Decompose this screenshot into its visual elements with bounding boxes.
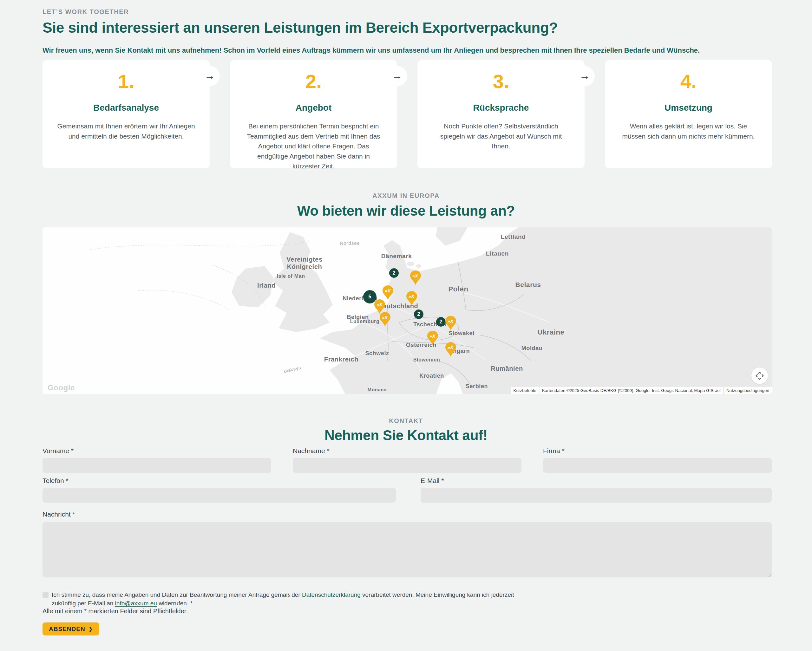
step-text: Bei einem persönlichen Termin bespricht … bbox=[244, 121, 383, 171]
svg-text:»X: »X bbox=[412, 273, 418, 278]
nachricht-label: Nachricht * bbox=[43, 511, 75, 518]
map-shortcuts-link[interactable]: Kurzbefehle bbox=[511, 387, 539, 394]
step-card-3: 3. Rücksprache Noch Punkte offen? Selbst… bbox=[417, 60, 585, 168]
svg-text:»X: »X bbox=[429, 333, 435, 338]
step-text: Gemeinsam mit Ihnen erörtern wir Ihr Anl… bbox=[56, 121, 196, 141]
required-fields-note: Alle mit einem * markierten Felder sind … bbox=[43, 608, 188, 615]
map-pin-marker[interactable]: »X bbox=[406, 291, 417, 306]
step-number: 3. bbox=[417, 72, 585, 91]
nachricht-field[interactable] bbox=[43, 522, 772, 578]
intro-subtitle: Wir freuen uns, wenn Sie Kontakt mit uns… bbox=[43, 46, 778, 55]
arrow-right-icon: → bbox=[200, 66, 220, 86]
contact-eyebrow: KONTAKT bbox=[0, 417, 812, 425]
step-title: Umsetzung bbox=[605, 103, 772, 113]
chevron-right-icon: ❯ bbox=[89, 626, 93, 632]
map-landmass bbox=[43, 227, 772, 394]
step-text: Noch Punkte offen? Selbstverständlich sp… bbox=[431, 121, 571, 151]
step-title: Rücksprache bbox=[417, 103, 585, 113]
svg-text:»X: »X bbox=[447, 319, 453, 324]
step-card-1: 1. Bedarfsanalyse Gemeinsam mit Ihnen er… bbox=[43, 60, 210, 168]
step-text: Wenn alles geklärt ist, legen wir los. S… bbox=[619, 121, 759, 141]
svg-text:»X: »X bbox=[382, 314, 388, 320]
nachname-field[interactable] bbox=[293, 458, 522, 473]
email-label: E-Mail * bbox=[421, 477, 444, 485]
privacy-policy-link[interactable]: Datenschutzerklärung bbox=[302, 592, 361, 598]
svg-text:»X: »X bbox=[377, 302, 383, 307]
firma-label: Firma * bbox=[543, 447, 565, 455]
email-field[interactable] bbox=[421, 488, 772, 503]
telefon-field[interactable] bbox=[43, 488, 396, 503]
submit-label: ABSENDEN bbox=[49, 626, 85, 633]
map-pin-marker[interactable]: »X bbox=[383, 285, 393, 300]
vorname-field[interactable] bbox=[43, 458, 271, 473]
map-pan-control[interactable] bbox=[751, 367, 768, 384]
svg-text:»X: »X bbox=[447, 345, 453, 350]
europe-map[interactable]: NordseeVereinigtes KönigreichIsle of Man… bbox=[43, 227, 772, 394]
map-title: Wo bieten wir diese Leistung an? bbox=[0, 203, 812, 219]
google-logo: Google bbox=[47, 383, 75, 392]
step-title: Bedarfsanalyse bbox=[43, 103, 210, 113]
page-title: Sie sind interessiert an unseren Leistun… bbox=[43, 19, 740, 36]
map-cluster-marker[interactable]: 2 bbox=[389, 268, 399, 278]
consent-text: Ich stimme zu, dass meine Angaben und Da… bbox=[52, 590, 535, 608]
consent-checkbox[interactable] bbox=[43, 592, 49, 598]
intro-eyebrow: LET’S WORK TOGETHER bbox=[43, 8, 129, 15]
arrow-right-icon: → bbox=[387, 66, 407, 86]
map-pin-marker[interactable]: »X bbox=[445, 342, 456, 357]
step-title: Angebot bbox=[230, 103, 397, 113]
firma-field[interactable] bbox=[543, 458, 772, 473]
step-number: 1. bbox=[43, 72, 210, 91]
contact-title: Nehmen Sie Kontakt auf! bbox=[0, 427, 812, 443]
step-card-4: 4. Umsetzung Wenn alles geklärt ist, leg… bbox=[605, 60, 772, 168]
map-pin-marker[interactable]: »X bbox=[427, 331, 438, 345]
map-pin-marker[interactable]: »X bbox=[380, 312, 391, 326]
consent-text-part: Ich stimme zu, dass meine Angaben und Da… bbox=[52, 592, 302, 598]
step-card-2: 2. Angebot Bei einem persönlichen Termin… bbox=[230, 60, 397, 168]
arrow-right-icon: → bbox=[574, 66, 595, 86]
submit-button[interactable]: ABSENDEN ❯ bbox=[43, 622, 99, 636]
map-pin-marker[interactable]: »X bbox=[445, 316, 456, 331]
vorname-label: Vorname * bbox=[43, 447, 73, 455]
consent-text-part: widerrufen. * bbox=[157, 600, 192, 607]
step-number: 4. bbox=[605, 72, 772, 91]
map-eyebrow: AXXUM IN EUROPA bbox=[0, 192, 812, 200]
map-cluster-marker[interactable]: 2 bbox=[414, 309, 423, 319]
email-link[interactable]: info@axxum.eu bbox=[115, 600, 157, 607]
telefon-label: Telefon * bbox=[43, 477, 69, 485]
nachname-label: Nachname * bbox=[293, 447, 330, 455]
pan-arrows-icon bbox=[755, 371, 765, 381]
step-number: 2. bbox=[230, 72, 397, 91]
map-terms-link[interactable]: Nutzungsbedingungen bbox=[724, 387, 772, 394]
map-cluster-marker[interactable]: 2 bbox=[436, 317, 446, 326]
map-pin-marker[interactable]: »X bbox=[410, 270, 421, 285]
svg-text:»X: »X bbox=[409, 294, 415, 299]
map-attribution: Kurzbefehle Kartendaten ©2025 GeoBasis-D… bbox=[511, 387, 772, 394]
map-copyright: Kartendaten ©2025 GeoBasis-DE/BKG (©2009… bbox=[540, 387, 723, 394]
svg-text:»X: »X bbox=[385, 288, 391, 293]
